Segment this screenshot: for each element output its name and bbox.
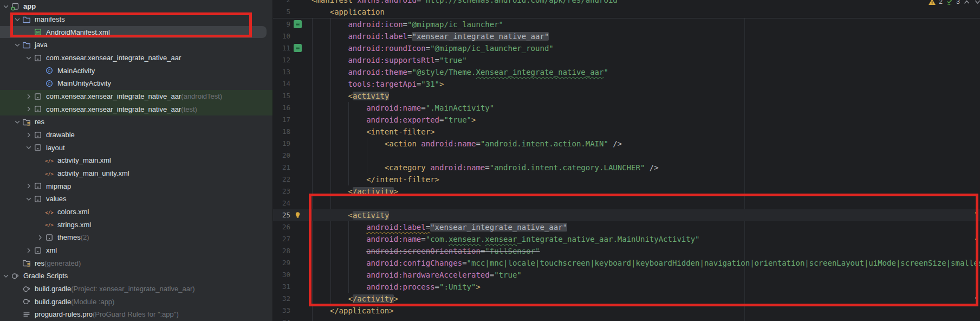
chevron-right-icon[interactable] [24,92,34,101]
chevron-down-icon[interactable] [13,118,22,126]
code-line[interactable]: 18 <intent-filter> [273,126,980,138]
code-line[interactable]: 22 </intent-filter> [273,174,980,185]
code-line[interactable]: 12 android:supportsRtl="true" [273,54,980,66]
code-line[interactable]: 14 tools:targetApi="31"> [273,78,980,90]
code-token: android:label [366,223,426,232]
code-editor[interactable]: 9 android:icon="@mipmap/ic_launcher"10 a… [273,0,980,321]
tree-row[interactable]: drawable [0,129,272,142]
chevron-down-icon[interactable] [24,143,34,152]
code-token: > [471,115,476,124]
code-line[interactable]: 27 android:name="com.xensear.xensear_int… [273,233,980,245]
code-line[interactable]: 16 android:name=".MainActivity" [273,102,980,114]
code-line[interactable]: 5 <application [273,6,980,18]
code-line[interactable]: 25 <activity [273,209,980,221]
tree-row[interactable]: app [0,0,272,13]
lightbulb-icon[interactable] [290,209,305,221]
tree-row[interactable]: com.xensear.xensear_integrate_native_aar [0,52,272,65]
tree-row-suffix: (2) [81,233,89,241]
tree-row[interactable]: CMainUnityActivity [0,77,272,90]
tree-row[interactable]: themes (2) [0,231,272,244]
chevron-spacer [36,156,45,165]
gutter-spacer [290,245,305,257]
code-token: tools:targetApi [348,80,416,88]
code-line[interactable]: 10 android:label="xensear_integrate_nati… [273,30,980,42]
package-icon [34,246,43,255]
line-number: 2 [273,0,290,6]
tree-row[interactable]: java [0,38,272,52]
tree-row[interactable]: layout [0,141,272,154]
tree-row[interactable]: CMainActivity [0,64,272,77]
chevron-down-icon[interactable] [2,272,11,280]
code-token: "31" [421,80,439,88]
chevron-right-icon[interactable] [24,105,34,113]
android-resource-icon[interactable] [290,18,305,30]
chevron-down-icon[interactable] [13,41,22,49]
tree-row[interactable]: com.xensear.xensear_integrate_native_aar… [0,102,272,115]
code-line[interactable]: 24 [273,197,980,209]
tree-row[interactable]: res [0,115,272,129]
chevron-down-icon[interactable] [24,54,34,62]
chevron-down-icon[interactable] [2,2,11,11]
chevron-right-icon[interactable] [24,182,34,190]
svg-text:</>: </> [45,222,53,228]
tree-row[interactable]: build.gradle (Project: xensear_integrate… [0,283,272,296]
code-line[interactable]: 28 android:screenOrientation="fullSensor… [273,245,980,257]
tree-row[interactable]: xml [0,244,272,257]
code-line[interactable]: 17 android:exported="true"> [273,114,980,126]
code-line[interactable]: 21 <category android:name="android.inten… [273,162,980,174]
code-line[interactable]: 34 [273,317,980,321]
code-text: <category android:name="android.intent.c… [305,162,659,174]
chevron-right-icon[interactable] [24,246,34,255]
code-line[interactable]: 13 android:theme="@style/Theme.Xensear_i… [273,66,980,78]
tree-row[interactable]: </>strings.xml [0,218,272,231]
tree-row[interactable]: values [0,192,272,206]
error-stripe-mark[interactable] [975,239,978,240]
prolines-icon [22,310,32,319]
tree-row[interactable]: manifests [0,13,272,26]
code-line[interactable]: 11 android:roundIcon="@mipmap/ic_launche… [273,42,980,54]
error-stripe-mark[interactable] [975,297,978,299]
code-line[interactable]: 19 <action android:name="android.intent.… [273,138,980,150]
code-token [311,163,385,172]
code-line[interactable]: 20 [273,150,980,162]
chevron-down-icon[interactable] [24,195,34,203]
code-token: android:supportsRtl [348,56,434,65]
gutter-spacer [290,66,305,78]
tree-row[interactable]: </>colors.xml [0,206,272,219]
tree-row[interactable]: Gradle Scripts [0,269,272,283]
code-line[interactable]: 29 android:configChanges="mcc|mnc|locale… [273,257,980,269]
inspections-widget[interactable]: 2 3 [928,0,980,7]
tree-row[interactable]: </>activity_main_unity.xml [0,167,272,180]
code-text [305,150,311,162]
warning-icon[interactable] [928,0,936,6]
chevron-down-icon[interactable] [13,15,22,24]
code-line[interactable]: 15 <activity [273,90,980,102]
code-line[interactable]: 23 </activity> [273,185,980,197]
line-number: 15 [273,90,290,102]
chevron-right-icon[interactable] [36,233,45,242]
code-line[interactable]: 32 </activity> [273,293,980,305]
tree-row[interactable]: build.gradle (Module :app) [0,295,272,308]
typo-icon[interactable] [945,0,953,6]
tree-row[interactable]: proguard-rules.pro (ProGuard Rules for "… [0,308,272,321]
tree-row[interactable]: mipmap [0,179,272,192]
chevron-right-icon[interactable] [24,131,34,139]
code-line[interactable]: 30 android:hardwareAccelerated="true" [273,269,980,281]
tree-row[interactable]: </>activity_main.xml [0,154,272,167]
tree-row[interactable]: res (generated) [0,256,272,269]
error-stripe-mark[interactable] [975,212,978,214]
code-line[interactable]: 33 </application> [273,305,980,317]
code-line[interactable]: 2<manifest xmlns:android="http://schemas… [273,0,980,6]
tree-row[interactable]: com.xensear.xensear_integrate_native_aar… [0,90,272,103]
tree-row[interactable]: MAndroidManifest.xml [0,25,272,38]
code-line[interactable]: 31 android:process=":Unity"> [273,281,980,293]
code-token [311,20,348,29]
code-token [311,68,348,76]
chevron-up-icon[interactable] [963,0,971,6]
chevron-down-icon[interactable] [973,0,980,6]
code-line[interactable]: 26 android:label="xensear_integrate_nati… [273,221,980,233]
code-line[interactable]: 9 android:icon="@mipmap/ic_launcher" [273,18,980,30]
panel-divider[interactable] [272,0,273,321]
android-resource-icon[interactable] [290,42,305,54]
code-token: android:exported [366,115,439,124]
